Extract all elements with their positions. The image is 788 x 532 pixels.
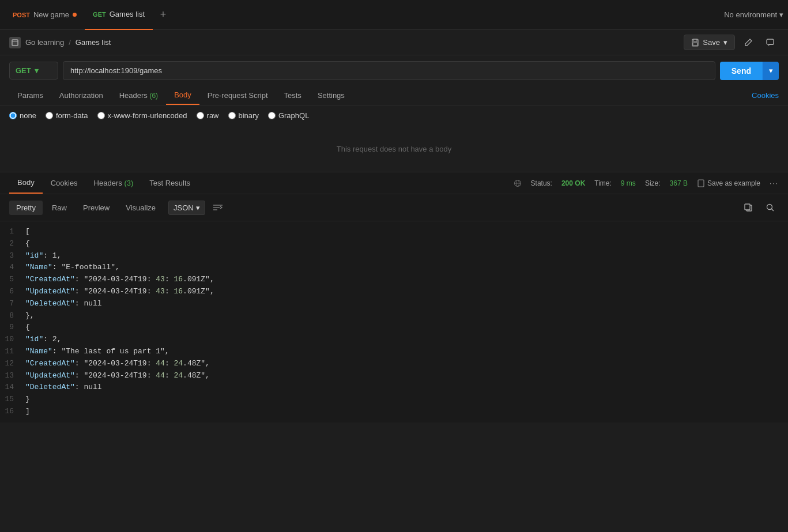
resp-cookies-label: Cookies bbox=[51, 179, 78, 187]
send-button[interactable]: Send bbox=[720, 62, 763, 80]
fmt-tab-pretty[interactable]: Pretty bbox=[9, 201, 43, 215]
url-input[interactable] bbox=[63, 61, 715, 80]
status-value: 200 OK bbox=[561, 179, 585, 187]
status-label: Status: bbox=[531, 179, 552, 187]
breadcrumb-collection[interactable]: Go learning bbox=[25, 38, 64, 47]
comment-button[interactable] bbox=[761, 34, 779, 51]
tab-headers[interactable]: Headers (6) bbox=[111, 86, 166, 104]
env-selector[interactable]: No environment ▾ bbox=[724, 10, 783, 19]
tab-settings-label: Settings bbox=[318, 91, 345, 100]
tab-tests-label: Tests bbox=[284, 91, 301, 100]
tab-settings[interactable]: Settings bbox=[310, 86, 353, 104]
resp-headers-label: Headers bbox=[94, 179, 122, 187]
url-bar: GET ▾ Send ▾ bbox=[0, 55, 788, 86]
line-content: } bbox=[23, 394, 788, 406]
copy-button[interactable] bbox=[740, 199, 757, 216]
svg-rect-4 bbox=[693, 43, 697, 46]
radio-graphql[interactable]: GraphQL bbox=[268, 111, 309, 120]
cookies-link[interactable]: Cookies bbox=[752, 91, 779, 100]
globe-icon bbox=[514, 179, 522, 187]
save-example-button[interactable]: Save as example bbox=[697, 179, 760, 187]
code-line: 2 { bbox=[0, 238, 788, 250]
code-line: 7 "DeletedAt": null bbox=[0, 298, 788, 310]
tab-authorization[interactable]: Authorization bbox=[51, 86, 111, 104]
line-number: 13 bbox=[0, 370, 23, 382]
response-code-area: 1[2 {3 "id": 1,4 "Name": "E-football",5 … bbox=[0, 221, 788, 422]
unsaved-dot bbox=[73, 13, 77, 17]
line-content: "id": 2, bbox=[23, 334, 788, 346]
svg-line-16 bbox=[772, 209, 774, 212]
line-number: 9 bbox=[0, 322, 23, 334]
line-number: 15 bbox=[0, 394, 23, 406]
response-tabs-bar: Body Cookies Headers (3) Test Results St… bbox=[0, 172, 788, 194]
code-line: 10 "id": 2, bbox=[0, 334, 788, 346]
line-content: "id": 1, bbox=[23, 250, 788, 262]
resp-headers-badge: (3) bbox=[124, 179, 133, 187]
svg-rect-5 bbox=[767, 39, 774, 44]
line-number: 14 bbox=[0, 382, 23, 394]
tab-bar-right: No environment ▾ bbox=[724, 10, 783, 19]
more-options-button[interactable]: ··· bbox=[770, 179, 779, 187]
headers-badge: (6) bbox=[149, 92, 158, 100]
code-line: 14 "DeletedAt": null bbox=[0, 382, 788, 394]
tab-prerequest-label: Pre-request Script bbox=[208, 91, 268, 100]
tab-body[interactable]: Body bbox=[166, 86, 199, 105]
edit-button[interactable] bbox=[740, 34, 757, 51]
resp-test-results-label: Test Results bbox=[149, 179, 190, 187]
method-selector[interactable]: GET ▾ bbox=[9, 62, 58, 80]
resp-body-label: Body bbox=[17, 178, 35, 187]
line-content: }, bbox=[23, 310, 788, 322]
fmt-tab-raw[interactable]: Raw bbox=[45, 201, 74, 215]
resp-tab-test-results[interactable]: Test Results bbox=[141, 173, 198, 193]
fmt-tab-preview[interactable]: Preview bbox=[76, 201, 116, 215]
tab-headers-label: Headers bbox=[119, 91, 148, 100]
line-number: 11 bbox=[0, 346, 23, 358]
line-content: "UpdatedAt": "2024-03-24T19: 43: 16.091Z… bbox=[23, 286, 788, 298]
save-example-icon bbox=[697, 179, 705, 187]
breadcrumb-actions: Save ▾ bbox=[684, 34, 779, 51]
code-line: 5 "CreatedAt": "2024-03-24T19: 43: 16.09… bbox=[0, 274, 788, 286]
tab-tests[interactable]: Tests bbox=[276, 86, 310, 104]
resp-tab-body[interactable]: Body bbox=[9, 172, 43, 194]
line-number: 16 bbox=[0, 406, 23, 418]
tab-authorization-label: Authorization bbox=[59, 91, 103, 100]
radio-none[interactable]: none bbox=[9, 111, 36, 120]
breadcrumb-separator: / bbox=[69, 38, 71, 47]
fmt-tab-visualize[interactable]: Visualize bbox=[119, 201, 163, 215]
size-label: Size: bbox=[645, 179, 661, 187]
add-tab-button[interactable]: + bbox=[155, 7, 171, 23]
tab-pre-request-script[interactable]: Pre-request Script bbox=[199, 86, 276, 104]
line-number: 8 bbox=[0, 310, 23, 322]
line-content: "DeletedAt": null bbox=[23, 298, 788, 310]
line-content: "Name": "The last of us part 1", bbox=[23, 346, 788, 358]
wrap-icon bbox=[213, 203, 223, 212]
save-label: Save bbox=[703, 38, 720, 47]
body-options: none form-data x-www-form-urlencoded raw… bbox=[0, 105, 788, 126]
line-number: 4 bbox=[0, 262, 23, 274]
format-tabs-bar: Pretty Raw Preview Visualize JSON ▾ bbox=[0, 194, 788, 221]
svg-point-15 bbox=[767, 205, 772, 210]
tab-params[interactable]: Params bbox=[9, 86, 51, 104]
radio-urlencoded[interactable]: x-www-form-urlencoded bbox=[97, 111, 187, 120]
breadcrumb-bar: Go learning / Games list Save ▾ bbox=[0, 30, 788, 55]
resp-tab-cookies[interactable]: Cookies bbox=[43, 173, 86, 193]
search-button[interactable] bbox=[761, 199, 779, 216]
tab-get-games-list[interactable]: GET Games list bbox=[85, 0, 153, 30]
radio-binary[interactable]: binary bbox=[228, 111, 259, 120]
time-label: Time: bbox=[594, 179, 612, 187]
line-content: "DeletedAt": null bbox=[23, 382, 788, 394]
line-number: 12 bbox=[0, 358, 23, 370]
save-button[interactable]: Save ▾ bbox=[684, 35, 735, 50]
svg-rect-14 bbox=[745, 204, 750, 210]
method-badge-post: POST bbox=[13, 12, 30, 18]
tab-post-new-game[interactable]: POST New game bbox=[5, 0, 85, 30]
json-type-selector[interactable]: JSON ▾ bbox=[168, 201, 205, 215]
radio-form-data[interactable]: form-data bbox=[46, 111, 88, 120]
radio-raw[interactable]: raw bbox=[197, 111, 219, 120]
send-dropdown-button[interactable]: ▾ bbox=[763, 62, 779, 80]
line-number: 7 bbox=[0, 298, 23, 310]
wrap-button[interactable] bbox=[210, 199, 226, 216]
code-line: 12 "CreatedAt": "2024-03-24T19: 44: 24.4… bbox=[0, 358, 788, 370]
resp-tab-headers[interactable]: Headers (3) bbox=[86, 173, 142, 193]
line-number: 6 bbox=[0, 286, 23, 298]
